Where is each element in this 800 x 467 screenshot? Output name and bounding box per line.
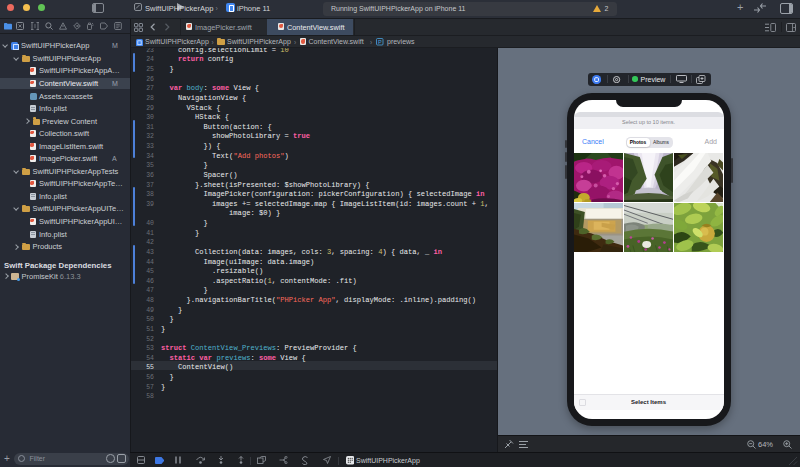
svg-text:P: P [378,39,382,45]
